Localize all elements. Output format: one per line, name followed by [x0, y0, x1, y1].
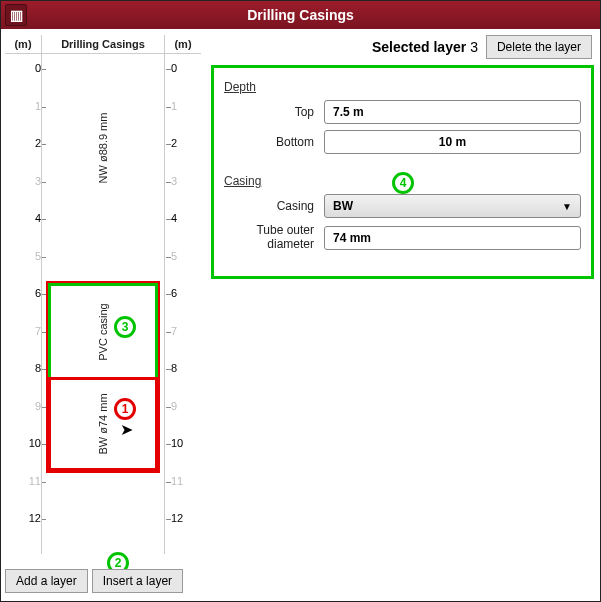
selected-layer-label: Selected layer 3 [372, 39, 478, 55]
chevron-down-icon: ▼ [562, 201, 572, 212]
header-unit-left: (m) [5, 35, 41, 54]
bottom-label: Bottom [224, 135, 324, 149]
tick-8: 8 [171, 362, 207, 374]
window-title: Drilling Casings [247, 7, 354, 23]
diameter-input[interactable] [324, 226, 581, 250]
tick-9: 9 [171, 400, 207, 412]
tick-10: 10 [5, 437, 41, 449]
content: (m) Drilling Casings (m) 012345678910111… [1, 29, 600, 601]
tick-3: 3 [5, 175, 41, 187]
app-icon: ▥ [5, 4, 27, 26]
header-main: Drilling Casings [41, 35, 165, 54]
tick-12: 12 [5, 512, 41, 524]
layer-form: Depth Top Bottom 4 Casing Casing BW ▼ Tu… [211, 65, 594, 279]
layer-stack[interactable]: NW ø88.9 mm PVC casing BW ø74 mm 3 1 ➤ [41, 54, 165, 554]
depth-section-title: Depth [224, 80, 581, 94]
layer-2-label: PVC casing [97, 303, 109, 360]
casing-label: Casing [224, 199, 324, 213]
tick-11: 11 [5, 475, 41, 487]
tick-3: 3 [171, 175, 207, 187]
tick-2: 2 [5, 137, 41, 149]
tick-6: 6 [5, 287, 41, 299]
annotation-marker-3: 3 [114, 316, 136, 338]
tick-7: 7 [171, 325, 207, 337]
tick-1: 1 [5, 100, 41, 112]
top-label: Top [224, 105, 324, 119]
insert-layer-button[interactable]: Insert a layer [92, 569, 183, 593]
add-layer-button[interactable]: Add a layer [5, 569, 88, 593]
diameter-label: Tube outer diameter [224, 224, 324, 252]
header-unit-right: (m) [165, 35, 201, 54]
casing-select-value: BW [333, 199, 353, 213]
tick-10: 10 [171, 437, 207, 449]
layer-1-label: NW ø88.9 mm [97, 112, 109, 183]
tick-9: 9 [5, 400, 41, 412]
tick-4: 4 [5, 212, 41, 224]
tick-5: 5 [171, 250, 207, 262]
bottom-buttons: Add a layer Insert a layer [5, 569, 183, 593]
tick-12: 12 [171, 512, 207, 524]
layer-3[interactable]: BW ø74 mm [48, 377, 158, 471]
tick-2: 2 [171, 137, 207, 149]
selected-layer-row: Selected layer 3 Delete the layer [211, 35, 594, 59]
tick-4: 4 [171, 212, 207, 224]
annotation-marker-4: 4 [392, 172, 414, 194]
tick-0: 0 [5, 62, 41, 74]
annotation-marker-1: 1 [114, 398, 136, 420]
tick-7: 7 [5, 325, 41, 337]
selected-layer-index: 3 [470, 39, 478, 55]
top-input[interactable] [324, 100, 581, 124]
left-panel: (m) Drilling Casings (m) 012345678910111… [5, 35, 201, 593]
casing-select[interactable]: BW ▼ [324, 194, 581, 218]
right-panel: Selected layer 3 Delete the layer Depth … [211, 35, 594, 279]
tick-11: 11 [171, 475, 207, 487]
tick-8: 8 [5, 362, 41, 374]
layer-2[interactable]: PVC casing [48, 283, 158, 377]
tick-5: 5 [5, 250, 41, 262]
layer-3-label: BW ø74 mm [97, 393, 109, 454]
tick-0: 0 [171, 62, 207, 74]
delete-layer-button[interactable]: Delete the layer [486, 35, 592, 59]
tick-6: 6 [171, 287, 207, 299]
ruler-area: 0123456789101112 0123456789101112 NW ø88… [5, 54, 201, 554]
layer-1[interactable]: NW ø88.9 mm [48, 54, 158, 241]
title-bar: ▥ Drilling Casings [1, 1, 600, 29]
tick-1: 1 [171, 100, 207, 112]
bottom-input[interactable] [324, 130, 581, 154]
column-headers: (m) Drilling Casings (m) [5, 35, 201, 54]
